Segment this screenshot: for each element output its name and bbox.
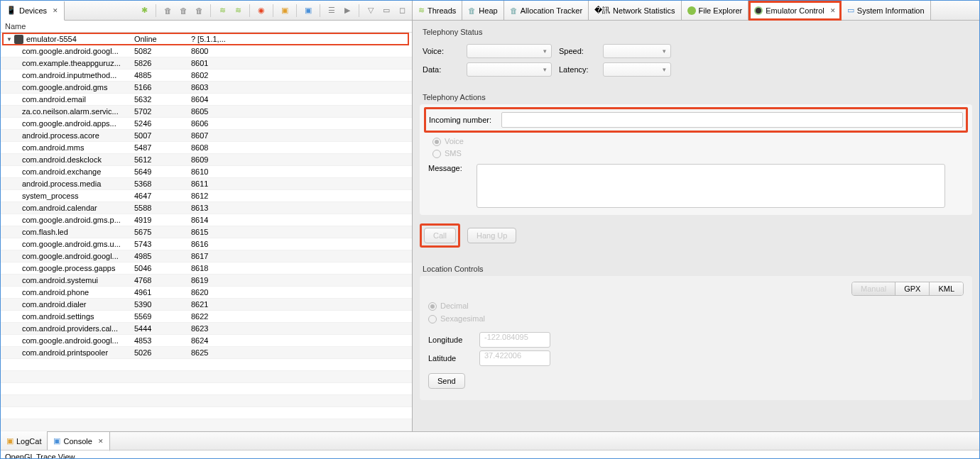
window-icon: ▭	[847, 6, 854, 15]
console-icon: ▣	[53, 436, 60, 446]
trash3-icon[interactable]: 🗑	[193, 5, 205, 16]
process-list[interactable]: com.google.android.googl...50828600com.e…	[1, 45, 412, 431]
logcat-icon: ▣	[6, 436, 13, 446]
tab-logcat-label: LogCat	[16, 437, 41, 446]
tab-devices[interactable]: 📱 Devices ✕	[1, 1, 65, 21]
latency-combo[interactable]	[603, 62, 671, 77]
speed-combo[interactable]	[603, 44, 671, 58]
voice-combo[interactable]	[467, 44, 552, 58]
data-label: Data:	[423, 65, 459, 74]
process-row[interactable]: com.android.providers.cal...54448623	[1, 323, 412, 335]
call-button[interactable]: Call	[424, 228, 456, 243]
process-row[interactable]: com.android.inputmethod...48858602	[1, 70, 412, 82]
trash2-icon[interactable]: 🗑	[178, 5, 189, 16]
tab-threads[interactable]: ≋ Threads	[413, 1, 462, 20]
layers-icon[interactable]: ☰	[326, 5, 337, 16]
telephony-actions-title: Telephony Actions	[413, 86, 979, 104]
trash-icon[interactable]: 🗑	[162, 5, 173, 16]
ui-icon[interactable]: ▣	[303, 5, 314, 16]
emulator-icon	[14, 35, 23, 44]
max-icon[interactable]: ◻	[396, 5, 408, 16]
tab-emu-label: Emulator Control	[766, 6, 824, 15]
emu-icon	[754, 6, 763, 15]
process-row[interactable]: android.process.media53688611	[1, 178, 412, 190]
process-row[interactable]: com.google.android.apps...52468606	[1, 118, 412, 130]
speed-label: Speed:	[559, 47, 596, 55]
sexagesimal-radio[interactable]: Sexagesimal	[428, 314, 964, 323]
thread-icon[interactable]: ≋	[217, 5, 228, 16]
process-row[interactable]: com.google.process.gapps50468618	[1, 262, 412, 275]
device-row[interactable]: ▼ emulator-5554 Online ? [5.1.1,...	[2, 33, 409, 45]
process-row[interactable]: com.android.dialer53908621	[1, 299, 412, 311]
tab-logcat[interactable]: ▣ LogCat	[1, 431, 48, 450]
debug-icon[interactable]: ✱	[138, 5, 150, 16]
process-row[interactable]: com.google.android.gms.p...49198614	[1, 214, 412, 226]
process-row[interactable]: com.google.android.gms.u...57438616	[1, 238, 412, 250]
voice-radio[interactable]: Voice	[432, 137, 964, 146]
voice-label: Voice:	[423, 47, 459, 55]
start-icon[interactable]: ▶	[342, 5, 353, 16]
data-combo[interactable]	[467, 62, 552, 77]
device-icon: 📱	[6, 6, 16, 15]
min-icon[interactable]: ▭	[381, 5, 392, 16]
device-name: emulator-5554	[26, 35, 134, 43]
tab-system[interactable]: ▭ System Information	[842, 1, 931, 20]
process-row[interactable]: com.android.deskclock56128609	[1, 154, 412, 166]
process-row[interactable]: com.android.phone49618620	[1, 287, 412, 299]
close-icon[interactable]: ✕	[53, 7, 58, 14]
tab-heap[interactable]: 🗑 Heap	[462, 1, 503, 20]
process-row[interactable]: system_process46478612	[1, 190, 412, 202]
menu-icon[interactable]: ▽	[365, 5, 376, 16]
tab-net-label: Network Statistics	[613, 6, 675, 15]
seg-gpx[interactable]: GPX	[895, 282, 930, 295]
send-button[interactable]: Send	[428, 373, 465, 389]
process-row[interactable]: za.co.neilson.alarm.servic...57028605	[1, 106, 412, 118]
tab-network[interactable]: �訊 Network Statistics	[589, 1, 681, 20]
expand-icon[interactable]: ▼	[6, 36, 12, 43]
process-row[interactable]: com.flash.led56758615	[1, 226, 412, 238]
process-row[interactable]: com.example.theappguruz...58268601	[1, 57, 412, 70]
thread2-icon[interactable]: ≋	[232, 5, 244, 16]
tab-sys-label: System Information	[857, 6, 925, 15]
seg-manual[interactable]: Manual	[852, 282, 895, 295]
latitude-input[interactable]: 37.422006	[479, 350, 550, 366]
process-row[interactable]: com.google.android.gms51668603	[1, 82, 412, 94]
stop-icon[interactable]: ◉	[256, 5, 267, 16]
process-row[interactable]: android.process.acore50078607	[1, 130, 412, 142]
decimal-label: Decimal	[440, 302, 469, 310]
sms-radio[interactable]: SMS	[432, 149, 964, 158]
process-row[interactable]: com.android.systemui47688619	[1, 275, 412, 287]
hangup-button[interactable]: Hang Up	[467, 228, 516, 243]
process-row[interactable]: com.android.calendar55888613	[1, 202, 412, 214]
alloc-icon: 🗑	[510, 6, 518, 15]
process-row[interactable]: com.android.printspooler50268625	[1, 347, 412, 359]
seg-kml[interactable]: KML	[930, 282, 963, 295]
camera-icon[interactable]: ▣	[279, 5, 290, 16]
column-header-name[interactable]: Name	[1, 21, 412, 33]
device-status: Online	[134, 35, 170, 43]
voice-radio-label: Voice	[445, 137, 464, 145]
longitude-input[interactable]: -122.084095	[479, 332, 550, 348]
location-tabs[interactable]: Manual GPX KML	[851, 282, 964, 296]
process-row[interactable]: com.google.android.googl...50828600	[1, 45, 412, 57]
tab-alloc[interactable]: 🗑 Allocation Tracker	[504, 1, 589, 20]
decimal-radio[interactable]: Decimal	[428, 302, 964, 311]
process-row[interactable]: com.android.exchange56498610	[1, 166, 412, 178]
process-row[interactable]: com.android.email56328604	[1, 94, 412, 106]
process-row[interactable]: com.android.settings55698622	[1, 311, 412, 323]
tab-emulator-control[interactable]: Emulator Control ✕	[748, 1, 842, 21]
close-icon[interactable]: ✕	[830, 7, 836, 14]
incoming-label: Incoming number:	[429, 116, 497, 124]
process-row[interactable]: com.android.mms54878608	[1, 142, 412, 154]
close-icon[interactable]: ✕	[98, 438, 104, 445]
tab-console[interactable]: ▣ Console ✕	[48, 432, 109, 451]
tab-alloc-label: Allocation Tracker	[521, 6, 582, 15]
tab-file[interactable]: File Explorer	[682, 1, 749, 20]
longitude-label: Longitude	[428, 336, 472, 344]
message-textarea[interactable]	[477, 164, 945, 208]
incoming-number-row: Incoming number:	[424, 107, 968, 133]
process-row[interactable]: com.google.android.googl...48538624	[1, 335, 412, 347]
process-row[interactable]: com.google.android.googl...49858617	[1, 250, 412, 262]
incoming-number-input[interactable]	[501, 112, 963, 128]
status-bar: OpenGL Trace View	[1, 450, 979, 459]
